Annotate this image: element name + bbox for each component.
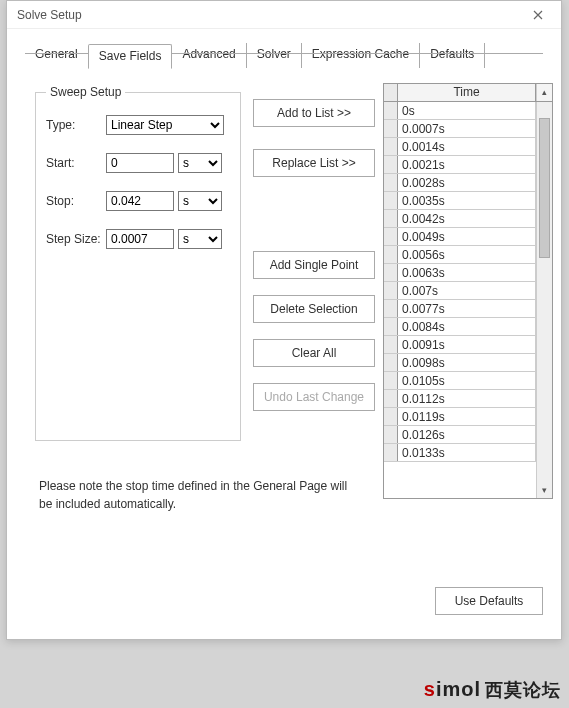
stop-input[interactable]: [106, 191, 174, 211]
watermark-brand: simol: [424, 678, 481, 701]
type-select[interactable]: Linear Step: [106, 115, 224, 135]
table-row[interactable]: 0.0014s: [384, 138, 536, 156]
corner-cell: [384, 84, 398, 101]
time-cell[interactable]: 0.0028s: [398, 174, 536, 191]
time-rows: 0s0.0007s0.0014s0.0021s0.0028s0.0035s0.0…: [384, 102, 536, 498]
time-column-header[interactable]: Time: [398, 84, 536, 101]
table-row[interactable]: 0.007s: [384, 282, 536, 300]
time-cell[interactable]: 0.0105s: [398, 372, 536, 389]
time-cell[interactable]: 0.0084s: [398, 318, 536, 335]
step-input[interactable]: [106, 229, 174, 249]
table-row[interactable]: 0.0077s: [384, 300, 536, 318]
step-label: Step Size:: [46, 232, 102, 246]
row-header: [384, 336, 398, 353]
row-header: [384, 192, 398, 209]
tab-defaults[interactable]: Defaults: [420, 43, 485, 68]
titlebar: Solve Setup: [7, 1, 561, 29]
close-button[interactable]: [523, 4, 553, 26]
table-row[interactable]: 0.0007s: [384, 120, 536, 138]
time-cell[interactable]: 0.0126s: [398, 426, 536, 443]
time-cell[interactable]: 0.0077s: [398, 300, 536, 317]
row-header: [384, 210, 398, 227]
time-cell[interactable]: 0.0112s: [398, 390, 536, 407]
time-cell[interactable]: 0.0007s: [398, 120, 536, 137]
type-label: Type:: [46, 118, 102, 132]
table-row[interactable]: 0.0049s: [384, 228, 536, 246]
watermark-cn: 西莫论坛: [485, 678, 561, 702]
table-row[interactable]: 0s: [384, 102, 536, 120]
tab-general[interactable]: General: [25, 43, 88, 68]
row-header: [384, 354, 398, 371]
add-to-list-button[interactable]: Add to List >>: [253, 99, 375, 127]
time-cell[interactable]: 0.0119s: [398, 408, 536, 425]
stop-label: Stop:: [46, 194, 102, 208]
row-header: [384, 318, 398, 335]
tab-solver[interactable]: Solver: [247, 43, 302, 68]
time-table: Time ▴ 0s0.0007s0.0014s0.0021s0.0028s0.0…: [383, 83, 553, 499]
row-header: [384, 444, 398, 461]
table-row[interactable]: 0.0056s: [384, 246, 536, 264]
time-cell[interactable]: 0.0056s: [398, 246, 536, 263]
table-row[interactable]: 0.0091s: [384, 336, 536, 354]
table-row[interactable]: 0.0098s: [384, 354, 536, 372]
table-row[interactable]: 0.0112s: [384, 390, 536, 408]
time-cell[interactable]: 0.0091s: [398, 336, 536, 353]
stop-unit-select[interactable]: s: [178, 191, 222, 211]
time-cell[interactable]: 0.0042s: [398, 210, 536, 227]
content: Sweep Setup Type: Linear Step Start: s S…: [25, 69, 543, 615]
start-input[interactable]: [106, 153, 174, 173]
clear-all-button[interactable]: Clear All: [253, 339, 375, 367]
use-defaults-button[interactable]: Use Defaults: [435, 587, 543, 615]
row-header: [384, 300, 398, 317]
scroll-down-button[interactable]: ▾: [537, 482, 552, 498]
window-title: Solve Setup: [17, 8, 82, 22]
time-cell[interactable]: 0.0035s: [398, 192, 536, 209]
delete-selection-button[interactable]: Delete Selection: [253, 295, 375, 323]
table-row[interactable]: 0.0042s: [384, 210, 536, 228]
sweep-setup-group: Sweep Setup Type: Linear Step Start: s S…: [35, 85, 241, 441]
time-table-header: Time ▴: [384, 84, 552, 102]
undo-last-change-button[interactable]: Undo Last Change: [253, 383, 375, 411]
table-row[interactable]: 0.0105s: [384, 372, 536, 390]
row-header: [384, 372, 398, 389]
table-row[interactable]: 0.0119s: [384, 408, 536, 426]
close-icon: [533, 10, 543, 20]
button-column: Add to List >> Replace List >> Add Singl…: [253, 99, 375, 411]
scroll-up-button[interactable]: ▴: [536, 84, 552, 101]
time-cell[interactable]: 0.0063s: [398, 264, 536, 281]
table-row[interactable]: 0.0084s: [384, 318, 536, 336]
table-row[interactable]: 0.0126s: [384, 426, 536, 444]
scrollbar-thumb[interactable]: [539, 118, 550, 258]
time-cell[interactable]: 0.0049s: [398, 228, 536, 245]
add-single-point-button[interactable]: Add Single Point: [253, 251, 375, 279]
time-cell[interactable]: 0.0098s: [398, 354, 536, 371]
time-cell[interactable]: 0.0133s: [398, 444, 536, 461]
table-row[interactable]: 0.0133s: [384, 444, 536, 462]
start-label: Start:: [46, 156, 102, 170]
vertical-scrollbar[interactable]: ▾: [536, 102, 552, 498]
row-header: [384, 282, 398, 299]
row-header: [384, 156, 398, 173]
row-header: [384, 120, 398, 137]
time-cell[interactable]: 0.007s: [398, 282, 536, 299]
tab-expression-cache[interactable]: Expression Cache: [302, 43, 420, 68]
tab-advanced[interactable]: Advanced: [172, 43, 246, 68]
step-unit-select[interactable]: s: [178, 229, 222, 249]
time-cell[interactable]: 0.0021s: [398, 156, 536, 173]
replace-list-button[interactable]: Replace List >>: [253, 149, 375, 177]
time-cell[interactable]: 0s: [398, 102, 536, 119]
row-header: [384, 390, 398, 407]
row-header: [384, 264, 398, 281]
table-row[interactable]: 0.0028s: [384, 174, 536, 192]
row-header: [384, 246, 398, 263]
time-cell[interactable]: 0.0014s: [398, 138, 536, 155]
watermark: simol 西莫论坛: [424, 678, 561, 702]
solve-setup-window: Solve Setup General Save Fields Advanced…: [6, 0, 562, 640]
table-row[interactable]: 0.0063s: [384, 264, 536, 282]
start-unit-select[interactable]: s: [178, 153, 222, 173]
row-header: [384, 426, 398, 443]
row-header: [384, 102, 398, 119]
tab-save-fields[interactable]: Save Fields: [88, 44, 173, 69]
table-row[interactable]: 0.0021s: [384, 156, 536, 174]
table-row[interactable]: 0.0035s: [384, 192, 536, 210]
